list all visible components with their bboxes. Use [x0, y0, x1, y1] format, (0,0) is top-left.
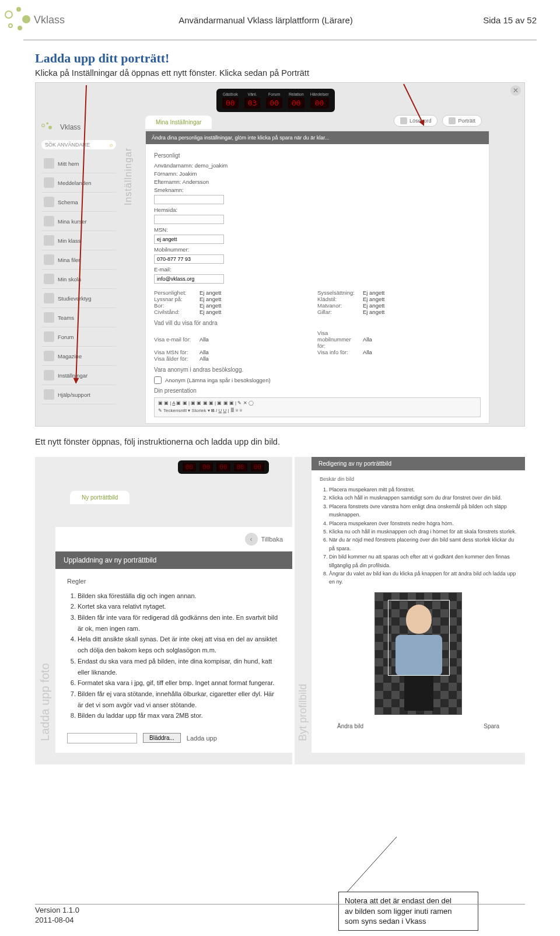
panel-header: Ändra dina personliga inställningar, glö…: [146, 131, 489, 144]
logo-dots-icon: [5, 7, 30, 33]
attr-row: Civilstånd:Ej angettGillar:Ej angett: [154, 309, 481, 315]
attr-row: Bor:Ej angettMatvanor:Ej angett: [154, 302, 481, 309]
email-input[interactable]: [154, 274, 224, 284]
attr-row: Lyssnar på:Ej angettKlädstil:Ej angett: [154, 296, 481, 302]
files-icon: [44, 254, 54, 265]
step-item: Klicka och håll in musknappen samtidigt …: [329, 494, 517, 502]
file-path-input[interactable]: [67, 733, 137, 743]
nav-min-klass[interactable]: Min klass: [41, 231, 116, 250]
tab-portratt[interactable]: Porträtt: [442, 115, 482, 127]
rule-item: Bilden ska föreställa dig och ingen anna…: [78, 591, 281, 602]
editor-toolbar[interactable]: ▣ ▣ | A ▣ ▣ | ▣ ▣ ▣ ▣ | ▣ ▣ ▣ | ✎ ✕ ◯ ✎ …: [154, 397, 481, 417]
steps-list: Placera muspekaren mitt på fönstret. Kli…: [320, 486, 517, 586]
teams-icon: [44, 312, 54, 323]
rules-list: Bilden ska föreställa dig och ingen anna…: [67, 591, 281, 721]
home-icon: [44, 158, 54, 169]
nav-hjalp[interactable]: Hjälp/support: [41, 385, 116, 404]
upload-header: Uppladdning av ny porträttbild: [55, 551, 292, 569]
rule-item: Endast du ska vara med på bilden, inte d…: [78, 656, 281, 677]
anonym-header: Vara anonym i andras besökslogg.: [154, 366, 481, 373]
doc-footer: Version 1.1.0 2011-08-04: [35, 906, 79, 925]
rules-heading: Regler: [67, 576, 281, 587]
nav-forum[interactable]: Forum: [41, 327, 116, 347]
magazine-icon: [44, 351, 54, 361]
step-item: Din bild kommer nu att sparas och efter …: [329, 553, 517, 570]
nav-mina-kurser[interactable]: Mina kurser: [41, 212, 116, 231]
key-icon: [400, 117, 407, 124]
msn-input[interactable]: [154, 235, 224, 244]
notification-bar: Gästbok00 Vänl.03 Forum00 Relation00 Hän…: [216, 89, 335, 112]
section-personligt: Personligt: [154, 152, 481, 159]
step-item: Ångrar du valet av bild kan du klicka på…: [329, 570, 517, 586]
nav-mitt-hem[interactable]: Mitt hem: [41, 154, 116, 173]
vtab-byt-profilbild: Byt profilbild: [295, 457, 312, 753]
mail-icon: [44, 177, 54, 188]
section-intro: Klicka på Inställningar då öppnas ett ny…: [35, 68, 525, 78]
screenshot-upload: 0000000000 Ny porträttbild Ladda upp fot…: [35, 457, 525, 764]
crop-frame[interactable]: [388, 600, 450, 676]
smeknamn-input[interactable]: [154, 195, 224, 204]
save-link[interactable]: Spara: [484, 723, 499, 729]
nav-magazine[interactable]: Magazine: [41, 347, 116, 366]
mobil-input[interactable]: [154, 254, 224, 264]
school-icon: [44, 274, 54, 284]
callout-note: Notera att det är endast den del av bild…: [338, 892, 478, 931]
tab-mina-installningar[interactable]: Mina Inställningar: [145, 116, 212, 129]
change-image-link[interactable]: Ändra bild: [337, 723, 363, 729]
rule-item: Bilden får ej vara stötande, innehålla ö…: [78, 689, 281, 710]
logo-dots-icon: [41, 123, 51, 132]
doc-header: Vklass Användarmanual Vklass lärplattfor…: [0, 0, 560, 40]
edit-header: Redigering av ny porträttbild: [312, 457, 525, 470]
chevron-left-icon: ‹: [245, 533, 258, 546]
attr-row: Personlighet:Ej angettSysselsättning:Ej …: [154, 289, 481, 296]
footer-divider: [35, 904, 525, 904]
upload-link[interactable]: Ladda upp: [187, 735, 217, 742]
nav-meddelanden[interactable]: Meddelanden: [41, 173, 116, 193]
visa-row: Visa ålder för:Alla: [154, 355, 481, 362]
search-input[interactable]: SÖK ANVÄNDARE ⌕: [41, 140, 116, 149]
notification-bar: 0000000000: [178, 460, 269, 474]
calendar-icon: [44, 197, 54, 207]
step-item: Placera muspekaren mitt på fönstret.: [329, 486, 517, 494]
crop-preview[interactable]: [374, 592, 462, 715]
close-icon[interactable]: ✕: [510, 85, 521, 96]
section-title: Ladda upp ditt porträtt!: [35, 51, 525, 66]
date-label: 2011-08-04: [35, 916, 79, 925]
rule-item: Kortet ska vara relativt nytaget.: [78, 601, 281, 612]
tab-ny-portrattbild[interactable]: Ny porträttbild: [70, 491, 130, 504]
rule-item: Bilden du laddar upp får max vara 2MB st…: [78, 710, 281, 721]
help-icon: [44, 389, 54, 400]
svg-line-0: [344, 837, 397, 895]
step-item: Placera fönstrets övre vänstra hörn enli…: [329, 502, 517, 519]
back-button[interactable]: ‹ Tillbaka: [55, 527, 292, 551]
led-forum[interactable]: Forum00: [266, 92, 282, 109]
courses-icon: [44, 216, 54, 226]
sidebar: Vklass SÖK ANVÄNDARE ⌕ Mitt hem Meddelan…: [41, 119, 116, 404]
rule-item: Hela ditt ansikte skall synas. Det är in…: [78, 634, 281, 655]
tools-icon: [44, 293, 54, 303]
vtab-installningar: Inställningar: [123, 148, 134, 205]
anonym-checkbox[interactable]: [154, 376, 162, 384]
logo-text: Vklass: [34, 14, 65, 26]
vtab-ladda-upp: Ladda upp foto: [35, 527, 55, 753]
portrait-icon: [449, 117, 456, 124]
logo: Vklass: [5, 7, 65, 33]
led-relation[interactable]: Relation00: [288, 92, 304, 109]
settings-panel: Lösenord Porträtt Ändra dina personliga …: [145, 131, 489, 424]
nav-schema[interactable]: Schema: [41, 193, 116, 212]
doc-page-number: Sida 15 av 52: [467, 15, 537, 25]
header-divider: [23, 40, 537, 40]
nav-mina-filer[interactable]: Mina filer: [41, 250, 116, 270]
settings-icon: [44, 370, 54, 380]
hemsida-input[interactable]: [154, 215, 224, 224]
between-text: Ett nytt fönster öppnas, följ instruktio…: [35, 437, 525, 446]
led-handelser[interactable]: Händelser00: [310, 92, 329, 109]
led-vanl[interactable]: Vänl.03: [244, 92, 261, 109]
class-icon: [44, 235, 54, 246]
forum-icon: [44, 331, 54, 342]
crop-subheader: Beskär din bild: [320, 476, 517, 482]
tab-losenord[interactable]: Lösenord: [394, 115, 438, 127]
step-item: Placera muspekaren över fönstrets nedre …: [329, 519, 517, 528]
browse-button[interactable]: Bläddra...: [143, 733, 181, 743]
led-gastbok[interactable]: Gästbok00: [222, 92, 239, 109]
